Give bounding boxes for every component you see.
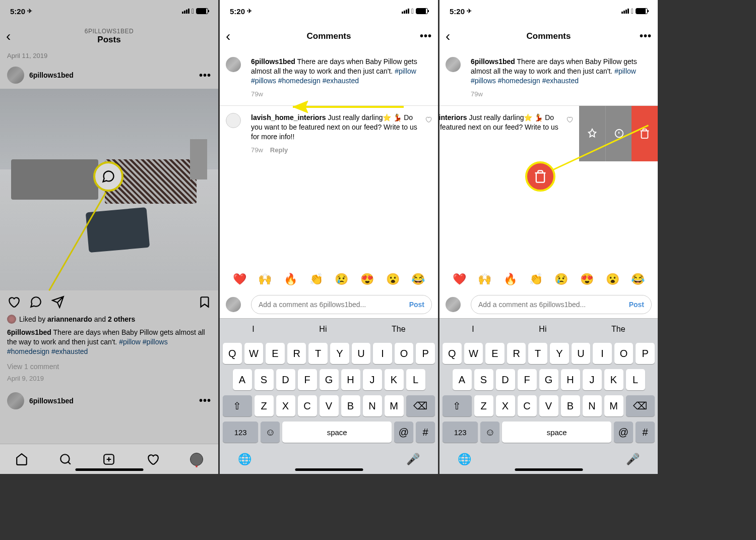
key[interactable]: Q [443,343,462,364]
key[interactable]: V [539,395,558,416]
mic-icon[interactable]: 🎤 [406,453,420,466]
key[interactable]: P [636,343,655,364]
emoji-key[interactable]: ☺ [261,422,280,443]
share-icon[interactable] [51,295,65,309]
key[interactable]: F [518,369,537,390]
key[interactable]: P [416,343,435,364]
key[interactable]: R [507,343,526,364]
back-icon[interactable]: ‹ [446,28,450,44]
back-icon[interactable]: ‹ [226,28,230,44]
likes-row[interactable]: Liked by ariannenardo and 2 others [0,314,218,325]
key[interactable]: U [352,343,371,364]
heart-icon[interactable] [7,295,20,309]
key[interactable]: G [320,369,339,390]
bookmark-icon[interactable] [198,295,211,309]
commenter-avatar[interactable] [226,113,241,128]
more-icon[interactable]: ••• [420,30,432,42]
comment-input[interactable]: Post [251,295,432,314]
create-icon[interactable] [102,453,115,466]
key[interactable]: F [298,369,317,390]
key[interactable]: A [453,369,472,390]
key[interactable]: O [614,343,634,364]
like-comment-icon[interactable] [425,116,432,123]
key[interactable]: M [385,395,404,416]
key[interactable]: X [276,395,295,416]
key[interactable]: G [539,369,558,390]
search-icon[interactable] [59,453,72,466]
key[interactable]: D [276,369,295,390]
key[interactable]: M [604,395,623,416]
key[interactable]: W [244,343,264,364]
post-username[interactable]: 6pillows1bed [29,71,199,79]
more-icon[interactable]: ••• [199,395,211,406]
key[interactable]: R [287,343,306,364]
key[interactable]: L [406,369,425,390]
key[interactable]: Q [223,343,242,364]
key[interactable]: V [320,395,339,416]
space-key[interactable]: space [282,422,392,443]
emoji[interactable]: 😢 [335,273,348,286]
key[interactable]: I [373,343,392,364]
number-key[interactable]: 123 [223,422,258,443]
profile-tab[interactable] [190,453,203,466]
key[interactable]: Z [474,395,493,416]
view-comments-link[interactable]: View 1 comment [0,359,218,374]
key[interactable]: E [485,343,505,364]
key[interactable]: N [583,395,602,416]
activity-icon[interactable] [146,453,159,466]
home-indicator[interactable] [75,468,143,471]
key[interactable]: K [604,369,623,390]
key[interactable]: C [298,395,317,416]
more-icon[interactable]: ••• [640,30,652,42]
globe-icon[interactable]: 🌐 [458,453,471,466]
backspace-key[interactable]: ⌫ [406,395,435,416]
at-key[interactable]: @ [394,422,413,443]
key[interactable]: B [341,395,360,416]
emoji[interactable]: 🔥 [284,273,297,286]
key[interactable]: K [385,369,404,390]
key[interactable]: C [518,395,537,416]
key[interactable]: Z [255,395,274,416]
key[interactable]: Y [550,343,569,364]
post-button[interactable]: Post [629,301,644,309]
avatar[interactable] [446,57,461,72]
key[interactable]: T [308,343,328,364]
comment-icon[interactable] [29,295,42,309]
emoji[interactable]: 👏 [309,273,323,286]
key[interactable]: H [341,369,360,390]
key[interactable]: A [233,369,252,390]
mic-icon[interactable]: 🎤 [626,453,640,466]
key[interactable]: S [255,369,274,390]
delete-button[interactable] [632,106,658,161]
emoji[interactable]: 😂 [411,273,425,286]
key[interactable]: E [266,343,285,364]
key[interactable]: W [464,343,483,364]
more-icon[interactable]: ••• [199,70,211,81]
key[interactable]: T [528,343,547,364]
avatar[interactable] [226,57,241,72]
key[interactable]: B [561,395,580,416]
shift-key[interactable]: ⇧ [223,395,252,416]
home-indicator[interactable] [295,468,363,471]
post-button[interactable]: Post [409,301,424,309]
reply-button[interactable]: Reply [270,146,288,155]
back-icon[interactable]: ‹ [6,28,11,44]
avatar[interactable] [7,392,24,409]
key[interactable]: Y [330,343,349,364]
key[interactable]: H [561,369,580,390]
avatar[interactable] [7,67,24,84]
key[interactable]: U [572,343,591,364]
hash-key[interactable]: # [416,422,435,443]
key[interactable]: X [496,395,515,416]
key[interactable]: S [474,369,493,390]
key[interactable]: L [626,369,645,390]
key[interactable]: I [593,343,612,364]
home-icon[interactable] [15,453,28,466]
key[interactable]: O [395,343,414,364]
emoji[interactable]: 😮 [386,273,400,286]
globe-icon[interactable]: 🌐 [238,453,251,466]
emoji[interactable]: 😍 [360,273,374,286]
key[interactable]: N [363,395,382,416]
comment-input[interactable]: Post [471,295,652,314]
emoji[interactable]: ❤️ [233,273,246,286]
